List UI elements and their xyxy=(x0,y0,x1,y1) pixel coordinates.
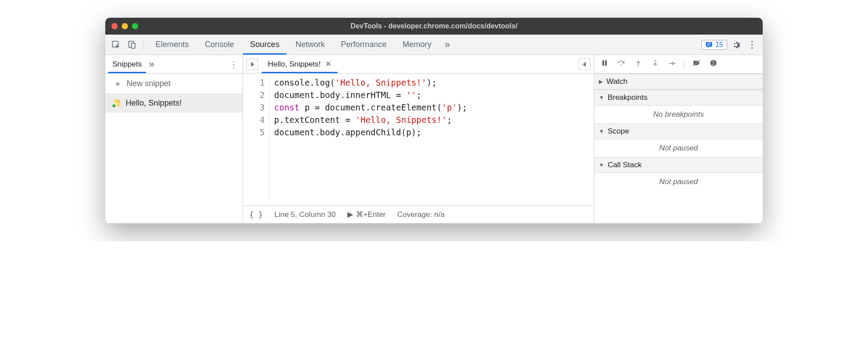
traffic-lights xyxy=(111,23,138,29)
tab-label: Memory xyxy=(402,40,431,49)
titlebar: DevTools - developer.chrome.com/docs/dev… xyxy=(105,18,763,35)
issues-badge[interactable]: 15 xyxy=(701,40,727,50)
settings-icon[interactable] xyxy=(729,38,743,52)
sidebar-tab-snippets[interactable]: Snippets xyxy=(108,55,146,73)
snippet-item-label: Hello, Snippets! xyxy=(126,98,182,108)
svg-rect-6 xyxy=(602,60,604,66)
more-tabs-icon[interactable]: » xyxy=(440,38,454,52)
code-editor[interactable]: 12345 console.log('Hello, Snippets!');do… xyxy=(243,74,594,205)
svg-point-9 xyxy=(637,64,639,66)
inspect-element-icon[interactable] xyxy=(109,38,123,52)
breakpoints-label: Breakpoints xyxy=(608,93,648,102)
callstack-section-header[interactable]: ▼ Call Stack xyxy=(594,157,763,173)
scope-section-header[interactable]: ▼ Scope xyxy=(594,123,763,139)
sidebar-tab-label: Snippets xyxy=(112,60,142,69)
svg-rect-15 xyxy=(713,61,714,65)
tab-network[interactable]: Network xyxy=(288,35,332,55)
sidebar-more-tabs-icon[interactable]: » xyxy=(149,59,154,70)
devtools-window: DevTools - developer.chrome.com/docs/dev… xyxy=(105,18,763,224)
step-icon[interactable] xyxy=(667,60,677,69)
pause-on-exceptions-icon[interactable] xyxy=(709,59,718,69)
close-icon[interactable]: ✕ xyxy=(325,59,331,69)
step-over-icon[interactable] xyxy=(617,59,626,69)
tab-label: Network xyxy=(295,40,325,49)
window-close-button[interactable] xyxy=(111,23,118,29)
step-into-icon[interactable] xyxy=(633,59,643,69)
issues-icon xyxy=(705,41,713,48)
coverage-status: Coverage: n/a xyxy=(397,210,445,219)
plus-icon: ＋ xyxy=(113,78,122,90)
breakpoints-body: No breakpoints xyxy=(594,106,763,123)
svg-rect-5 xyxy=(707,45,709,45)
main-tabbar: Elements Console Sources Network Perform… xyxy=(105,35,763,55)
window-title: DevTools - developer.chrome.com/docs/dev… xyxy=(105,22,763,30)
snippet-item[interactable]: Hello, Snippets! xyxy=(105,93,243,113)
run-snippet-button[interactable]: ▶ ⌘+Enter xyxy=(347,210,386,219)
watch-section-header[interactable]: ▶ Watch xyxy=(594,74,763,90)
tab-label: Sources xyxy=(250,40,279,49)
svg-rect-4 xyxy=(707,43,711,44)
svg-rect-3 xyxy=(706,42,712,47)
deactivate-breakpoints-icon[interactable] xyxy=(692,59,701,69)
kebab-menu-icon[interactable]: ⋮ xyxy=(745,38,759,52)
svg-rect-7 xyxy=(605,60,607,66)
tab-label: Performance xyxy=(341,40,386,49)
window-maximize-button[interactable] xyxy=(132,23,138,29)
issues-count: 15 xyxy=(715,41,723,49)
device-toolbar-icon[interactable] xyxy=(125,38,139,52)
sidebar-kebab-icon[interactable]: ⋮ xyxy=(227,59,240,70)
svg-point-11 xyxy=(674,63,675,64)
chevron-down-icon: ▼ xyxy=(599,128,604,134)
scope-label: Scope xyxy=(608,127,629,136)
editor-tabs: Hello, Snippets! ✕ xyxy=(243,55,594,74)
svg-rect-2 xyxy=(131,43,135,48)
run-hint: ⌘+Enter xyxy=(356,210,386,219)
divider xyxy=(143,39,144,50)
tab-label: Console xyxy=(205,40,234,49)
debugger-panel: ▶ Watch ▼ Breakpoints No breakpoints ▼ S… xyxy=(594,55,763,223)
tab-console[interactable]: Console xyxy=(198,35,241,55)
new-snippet-button[interactable]: ＋ New snippet xyxy=(105,74,243,93)
sidebar: Snippets » ⋮ ＋ New snippet Hello, Snippe… xyxy=(105,55,243,223)
editor-tab-label: Hello, Snippets! xyxy=(268,60,321,69)
cursor-position: Line 5, Column 30 xyxy=(275,210,336,219)
callstack-body: Not paused xyxy=(594,173,763,191)
debugger-toolbar xyxy=(594,55,763,74)
line-gutter: 12345 xyxy=(243,74,270,205)
svg-point-8 xyxy=(621,64,622,66)
tab-label: Elements xyxy=(155,40,189,49)
watch-label: Watch xyxy=(606,77,628,86)
play-icon: ▶ xyxy=(347,210,353,219)
snippet-file-icon xyxy=(113,99,121,107)
editor-statusbar: { } Line 5, Column 30 ▶ ⌘+Enter Coverage… xyxy=(243,205,594,223)
nav-forward-icon[interactable] xyxy=(579,59,590,70)
editor-tab[interactable]: Hello, Snippets! ✕ xyxy=(262,55,338,73)
svg-point-10 xyxy=(654,60,656,62)
editor: Hello, Snippets! ✕ 12345 console.log('He… xyxy=(243,55,594,223)
callstack-label: Call Stack xyxy=(608,161,642,169)
code-content: console.log('Hello, Snippets!');document… xyxy=(270,74,472,205)
tab-performance[interactable]: Performance xyxy=(334,35,394,55)
new-snippet-label: New snippet xyxy=(127,79,171,88)
window-minimize-button[interactable] xyxy=(122,23,128,29)
chevron-down-icon: ▼ xyxy=(599,162,604,168)
pause-icon[interactable] xyxy=(600,59,609,69)
chevron-right-icon: ▶ xyxy=(599,79,603,85)
tab-sources[interactable]: Sources xyxy=(243,35,287,55)
scope-body: Not paused xyxy=(594,139,763,157)
nav-back-icon[interactable] xyxy=(247,59,258,70)
tab-elements[interactable]: Elements xyxy=(148,35,196,55)
step-out-icon[interactable] xyxy=(650,59,660,69)
tab-memory[interactable]: Memory xyxy=(395,35,438,55)
main-area: Snippets » ⋮ ＋ New snippet Hello, Snippe… xyxy=(105,55,763,224)
chevron-down-icon: ▼ xyxy=(599,94,604,101)
sidebar-header: Snippets » ⋮ xyxy=(105,55,243,74)
pretty-print-icon[interactable]: { } xyxy=(249,210,263,219)
breakpoints-section-header[interactable]: ▼ Breakpoints xyxy=(594,90,763,106)
